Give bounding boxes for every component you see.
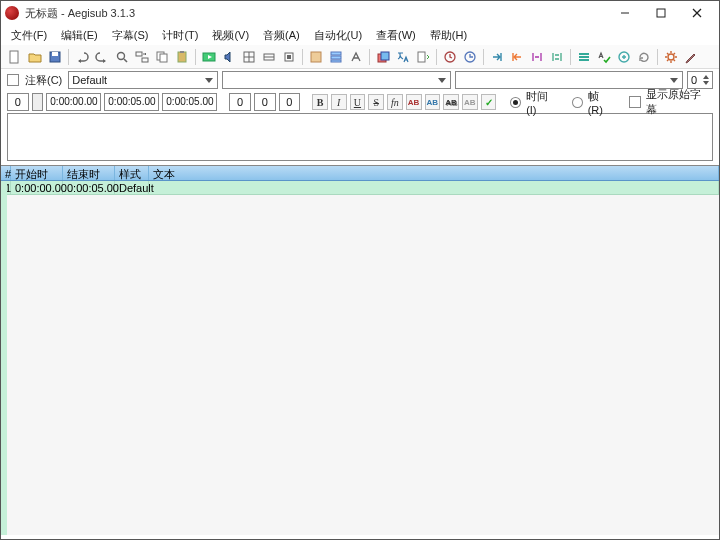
start-time-input[interactable]: 0:00:00.00 <box>46 93 101 111</box>
show-original-label: 显示原始字幕 <box>644 87 713 117</box>
properties-icon[interactable] <box>327 48 345 66</box>
col-header-text[interactable]: 文本 <box>149 166 719 180</box>
svg-point-38 <box>668 54 674 60</box>
new-file-icon[interactable] <box>6 48 24 66</box>
menu-timing[interactable]: 计时(T) <box>156 26 204 45</box>
minimize-button[interactable] <box>607 1 643 25</box>
translation-assistant-icon[interactable] <box>394 48 412 66</box>
assdraw-icon[interactable] <box>682 48 700 66</box>
styling-assistant-icon[interactable] <box>374 48 392 66</box>
title-bar: 无标题 - Aegisub 3.1.3 <box>1 1 719 25</box>
margin-vert-input[interactable]: 0 <box>279 93 301 111</box>
timing-postprocessor-icon[interactable] <box>461 48 479 66</box>
snap-end-icon[interactable] <box>548 48 566 66</box>
strike-button[interactable]: S <box>368 94 384 110</box>
snap-start-icon[interactable] <box>528 48 546 66</box>
svg-rect-28 <box>381 52 389 60</box>
window-title: 无标题 - Aegisub 3.1.3 <box>25 6 607 21</box>
close-button[interactable] <box>679 1 715 25</box>
time-mode-label: 时间(I) <box>524 89 560 116</box>
undo-icon[interactable] <box>73 48 91 66</box>
replace-icon[interactable] <box>133 48 151 66</box>
app-icon <box>5 6 19 20</box>
margin-left-input[interactable]: 0 <box>229 93 251 111</box>
svg-rect-6 <box>52 52 58 56</box>
duration-input[interactable]: 0:00:05.00 <box>162 93 217 111</box>
show-original-checkbox[interactable] <box>629 96 641 108</box>
effect-combo[interactable] <box>455 71 683 89</box>
bold-button[interactable]: B <box>312 94 328 110</box>
automation-icon[interactable] <box>662 48 680 66</box>
svg-rect-22 <box>287 55 291 59</box>
copy-icon[interactable] <box>153 48 171 66</box>
svg-rect-1 <box>657 9 665 17</box>
open-video-icon[interactable] <box>200 48 218 66</box>
svg-rect-14 <box>180 51 184 53</box>
find-icon[interactable] <box>113 48 131 66</box>
layer-input[interactable]: 0 <box>7 93 29 111</box>
toggle-tags-icon[interactable] <box>615 48 633 66</box>
grid-header: # 开始时间 结束时间 样式 文本 <box>1 165 719 181</box>
font-name-button[interactable]: fn <box>387 94 403 110</box>
col-header-num[interactable]: # <box>1 166 11 180</box>
resample-icon[interactable] <box>240 48 258 66</box>
secondary-color-button[interactable]: AB <box>425 94 441 110</box>
col-header-end[interactable]: 结束时间 <box>63 166 115 180</box>
jump-back-icon[interactable] <box>508 48 526 66</box>
col-header-start[interactable]: 开始时间 <box>11 166 63 180</box>
svg-rect-26 <box>331 60 341 62</box>
margin-right-input[interactable]: 0 <box>254 93 276 111</box>
spellcheck-icon[interactable] <box>595 48 613 66</box>
layer-spin[interactable] <box>32 93 44 111</box>
paste-over-icon[interactable] <box>414 48 432 66</box>
primary-color-button[interactable]: AB <box>406 94 422 110</box>
italic-button[interactable]: I <box>331 94 347 110</box>
grid-row[interactable]: 1 0:00:00.00 0:00:05.00 Default <box>1 181 719 195</box>
char-count-value: 0 <box>691 74 697 86</box>
menu-view[interactable]: 查看(W) <box>370 26 422 45</box>
svg-rect-4 <box>10 51 18 63</box>
main-toolbar <box>1 45 719 69</box>
shift-times-icon[interactable] <box>441 48 459 66</box>
menu-file[interactable]: 文件(F) <box>5 26 53 45</box>
svg-rect-13 <box>178 52 186 62</box>
menu-automation[interactable]: 自动化(U) <box>308 26 368 45</box>
time-mode-radio[interactable] <box>510 97 521 108</box>
fonts-collector-icon[interactable] <box>347 48 365 66</box>
frame-mode-label: 帧(R) <box>586 89 616 116</box>
maximize-button[interactable] <box>643 1 679 25</box>
underline-button[interactable]: U <box>350 94 366 110</box>
subtitle-text-input[interactable] <box>7 113 713 161</box>
open-audio-icon[interactable] <box>220 48 238 66</box>
char-count-spin[interactable]: 0 <box>687 71 713 89</box>
zoom-icon[interactable] <box>260 48 278 66</box>
menu-audio[interactable]: 音频(A) <box>257 26 306 45</box>
jump-icon[interactable] <box>488 48 506 66</box>
subtitle-grid[interactable]: 1 0:00:00.00 0:00:05.00 Default <box>1 181 719 535</box>
svg-rect-9 <box>136 52 142 56</box>
cell-start: 0:00:00.00 <box>11 181 63 194</box>
edit-row-bottom: 0 0:00:00.00 0:00:05.00 0:00:05.00 0 0 0… <box>1 91 719 113</box>
end-time-input[interactable]: 0:00:05.00 <box>104 93 159 111</box>
svg-rect-23 <box>311 52 321 62</box>
actor-combo[interactable] <box>222 71 450 89</box>
menu-help[interactable]: 帮助(H) <box>424 26 473 45</box>
select-lines-icon[interactable] <box>575 48 593 66</box>
col-header-style[interactable]: 样式 <box>115 166 149 180</box>
frame-mode-radio[interactable] <box>572 97 583 108</box>
commit-button[interactable]: ✓ <box>481 94 497 110</box>
shadow-color-button[interactable]: AB <box>462 94 478 110</box>
menu-edit[interactable]: 编辑(E) <box>55 26 104 45</box>
cycle-tags-icon[interactable] <box>635 48 653 66</box>
style-manager-icon[interactable] <box>307 48 325 66</box>
outline-color-button[interactable]: AB <box>443 94 459 110</box>
menu-subtitle[interactable]: 字幕(S) <box>106 26 155 45</box>
attachments-icon[interactable] <box>280 48 298 66</box>
save-file-icon[interactable] <box>46 48 64 66</box>
open-file-icon[interactable] <box>26 48 44 66</box>
redo-icon[interactable] <box>93 48 111 66</box>
style-combo[interactable]: Default <box>68 71 218 89</box>
menu-video[interactable]: 视频(V) <box>206 26 255 45</box>
paste-icon[interactable] <box>173 48 191 66</box>
comment-checkbox[interactable] <box>7 74 19 86</box>
